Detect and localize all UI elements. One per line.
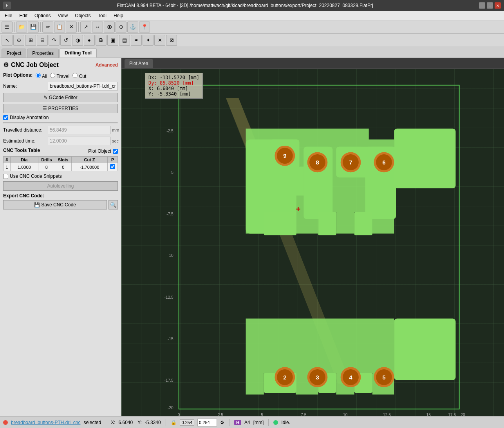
estimated-time-input [48, 137, 110, 145]
menu-tool[interactable]: Tool [95, 12, 110, 19]
scale-input[interactable] [197, 419, 217, 426]
tb-new-btn[interactable]: 📁 [16, 22, 27, 33]
pcb-view[interactable]: Dx: -131.5720 [mm] Dy: 85.8520 [mm] X: 6… [121, 69, 504, 416]
cnc-snippets-checkbox[interactable] [3, 174, 8, 179]
tab-1 [264, 212, 296, 235]
cell-drills: 8 [38, 163, 55, 171]
menu-objects[interactable]: Objects [72, 12, 94, 19]
plot-area-tab[interactable]: Plot Area [125, 59, 153, 68]
dia-input[interactable] [14, 165, 34, 170]
tb-circle-btn[interactable]: ⊙ [116, 22, 126, 33]
tb-arrow-btn[interactable]: ↗ [80, 22, 91, 33]
tb2-rotate-btn[interactable]: ↷ [49, 35, 60, 46]
y-label-10: -10 [168, 253, 173, 258]
tab-drilling-tool[interactable]: Drilling Tool [60, 48, 97, 58]
col-cutz: Cut Z [71, 157, 107, 163]
dy-value: 85.8520 [mm] [160, 80, 194, 86]
display-annotation-row: Display Annotation [3, 115, 118, 120]
gcode-editor-button[interactable]: ✎ GCode Editor [3, 93, 118, 102]
tb-menu-btn[interactable]: ☰ [2, 22, 13, 33]
menu-file[interactable]: File [2, 12, 15, 19]
drill-9-label: 9 [283, 153, 286, 159]
tb2-x-btn[interactable]: ✕ [154, 35, 165, 46]
gear-icon[interactable]: ⚙ [220, 420, 224, 425]
estimated-time-label: Estimated time: [3, 138, 46, 144]
y-label-75: -7.5 [166, 212, 173, 216]
save-cnc-button[interactable]: 💾 Save CNC Code [3, 200, 107, 209]
plot-cut-radio[interactable] [72, 73, 78, 78]
minimize-button[interactable]: — [479, 2, 485, 9]
y-label-15: -15 [168, 337, 173, 341]
menu-view[interactable]: View [54, 12, 71, 19]
cutz-input[interactable] [76, 165, 103, 170]
tb2-half-btn[interactable]: ◑ [72, 35, 83, 46]
tb-copy-btn[interactable]: 📋 [54, 22, 65, 33]
display-annotation-checkbox[interactable] [3, 115, 8, 120]
menu-options[interactable]: Options [31, 12, 54, 19]
travelled-distance-input [48, 126, 110, 134]
tb2-full-btn[interactable]: ● [84, 35, 95, 46]
idle-dot [273, 420, 278, 425]
tb2-rect-btn[interactable]: ▣ [107, 35, 118, 46]
tb-delete-btn[interactable]: ✕ [66, 22, 77, 33]
tb-pin-btn[interactable]: 📍 [139, 22, 150, 33]
tb-save-btn[interactable]: 💾 [28, 22, 39, 33]
tb2-grid2-btn[interactable]: ⊟ [37, 35, 48, 46]
col-dia: Dia [10, 157, 38, 163]
tb2-b-btn[interactable]: B [96, 35, 107, 46]
plot-travel-radio[interactable] [50, 73, 55, 78]
tab-properties[interactable]: Properties [27, 49, 59, 58]
menu-edit[interactable]: Edit [16, 12, 31, 19]
tb-edit-btn[interactable]: ✏ [42, 22, 53, 33]
cell-dia[interactable] [10, 163, 38, 171]
tab-2 [318, 212, 336, 235]
tb-resize-btn[interactable]: ↔ [92, 22, 103, 33]
tb2-select-btn[interactable]: ↖ [2, 35, 13, 46]
tb2-rotate2-btn[interactable]: ↺ [60, 35, 71, 46]
pad-right-top [394, 128, 455, 188]
x-label-15: 15 [426, 413, 431, 416]
x-label: X: [148, 86, 157, 91]
x-label-0: 0 [178, 413, 180, 416]
lock-icon: 🔒 [171, 420, 177, 425]
drill-5-label: 5 [382, 374, 385, 381]
advanced-button[interactable]: Advanced [96, 62, 118, 68]
tab-project[interactable]: Project [2, 49, 26, 58]
tb2-star-btn[interactable]: ✦ [143, 35, 154, 46]
titlebar: F FlatCAM 8.994 BETA - 64bit - [3D] /hom… [0, 0, 504, 11]
tb2-circle-btn[interactable]: ⊙ [13, 35, 24, 46]
properties-button[interactable]: ☰ PROPERTIES [3, 104, 118, 113]
plot-travel-label[interactable]: Travel [50, 73, 69, 79]
tb2-rect2-btn[interactable]: ▤ [119, 35, 130, 46]
cell-cutz[interactable] [71, 163, 107, 171]
plot-all-radio[interactable] [36, 73, 41, 78]
coordinate-display: Dx: -131.5720 [mm] Dy: 85.8520 [mm] X: 6… [145, 73, 203, 99]
cell-p[interactable] [108, 163, 118, 171]
tb2-box-btn[interactable]: ⊠ [166, 35, 177, 46]
selected-file-link[interactable]: breadboard_buttons-PTH.drl_cnc [11, 420, 80, 425]
cnc-icon: ⚙ [3, 61, 9, 69]
name-input[interactable] [48, 82, 118, 90]
dx-label: Dx: [148, 75, 160, 80]
tb-anchor-btn[interactable]: ⚓ [127, 22, 138, 33]
x-label-20: 20 [461, 413, 465, 416]
close-button[interactable]: ✕ [495, 2, 501, 9]
plot-all-label[interactable]: All [36, 73, 47, 79]
tb2-grid-btn[interactable]: ⊞ [25, 35, 36, 46]
tb-center-btn[interactable]: ⊕ [104, 22, 115, 33]
plot-object-checkbox[interactable] [113, 149, 118, 154]
tb2-pen-btn[interactable]: ✒ [131, 35, 142, 46]
panel-title-text: CNC Job Object [11, 61, 59, 69]
drill-8-label: 8 [316, 159, 319, 166]
drill-3-label: 3 [316, 374, 319, 381]
browse-button[interactable]: 🔍 [108, 200, 118, 209]
y-label-25: -2.5 [166, 129, 173, 133]
plot-options-group: Plot Options: All Travel Cut [3, 72, 118, 79]
maximize-button[interactable]: □ [487, 2, 493, 9]
properties-label: ☰ PROPERTIES [43, 106, 78, 111]
p-checkbox[interactable] [110, 164, 115, 169]
main-content: ⚙ CNC Job Object Advanced Plot Options: … [0, 58, 504, 416]
page-size: A4 [244, 420, 250, 425]
menu-help[interactable]: Help [110, 12, 126, 19]
plot-cut-label[interactable]: Cut [72, 73, 86, 79]
